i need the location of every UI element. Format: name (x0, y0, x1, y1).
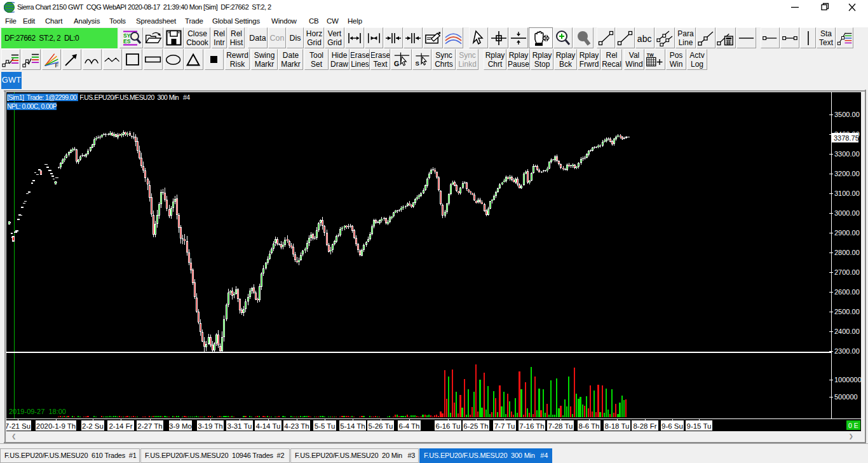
svg-text:3500.00: 3500.00 (834, 111, 860, 118)
svg-text:F: F (55, 62, 59, 69)
svg-text:abc: abc (637, 33, 652, 43)
svg-text:5-26 Tu: 5-26 Tu (369, 422, 393, 430)
svg-text:2020-1-9 Th: 2020-1-9 Th (36, 422, 76, 430)
svg-text:ES: ES (123, 38, 131, 45)
svg-text:8-6 Th: 8-6 Th (578, 422, 599, 430)
svg-text:7-28 Tu: 7-28 Tu (548, 422, 573, 430)
svg-text:0 E: 0 E (848, 422, 858, 429)
svg-text:3-19 Th: 3-19 Th (198, 422, 222, 430)
svg-text:3300.00: 3300.00 (834, 150, 860, 158)
svg-text:2300.00: 2300.00 (834, 347, 860, 355)
svg-text:4-14 Tu: 4-14 Tu (256, 422, 281, 430)
svg-text:3378.75: 3378.75 (834, 134, 859, 142)
svg-text:2400.00: 2400.00 (834, 328, 860, 335)
svg-text:2500.00: 2500.00 (834, 308, 860, 315)
svg-text:G: G (394, 59, 399, 67)
svg-text:2800.00: 2800.00 (834, 249, 860, 256)
svg-text:9-6 Su: 9-6 Su (661, 422, 683, 430)
svg-text:5-14 Th: 5-14 Th (340, 422, 365, 430)
svg-text:2019-09-27 18:00: 2019-09-27 18:00 (9, 408, 66, 415)
svg-text:S: S (416, 59, 420, 66)
svg-text:3100.00: 3100.00 (834, 190, 860, 197)
svg-text:TW: TW (647, 52, 654, 57)
svg-text:2-14 Fr: 2-14 Fr (109, 422, 132, 430)
svg-text:6-16 Tu: 6-16 Tu (436, 422, 461, 430)
svg-text:2900.00: 2900.00 (834, 229, 860, 237)
svg-text:4-23 Th: 4-23 Th (284, 422, 309, 430)
svg-text:2600.00: 2600.00 (834, 288, 860, 296)
svg-text:7-21 Su: 7-21 Su (6, 422, 31, 430)
svg-text:1000000: 1000000 (834, 376, 861, 384)
svg-text:8-28 Fr: 8-28 Fr (633, 422, 656, 430)
svg-text:2-27 Th: 2-27 Th (137, 422, 162, 430)
svg-text:9-15 Tu: 9-15 Tu (687, 422, 712, 430)
svg-text:3000.00: 3000.00 (834, 209, 860, 217)
svg-text:5-5 Tu: 5-5 Tu (315, 422, 336, 430)
svg-text:8-18 Tu: 8-18 Tu (605, 422, 630, 430)
svg-text:500000: 500000 (834, 393, 858, 401)
svg-text:7-7 Tu: 7-7 Tu (494, 422, 515, 430)
svg-text:6-4 Th: 6-4 Th (398, 422, 419, 430)
svg-text:3-31 Tu: 3-31 Tu (227, 422, 252, 430)
svg-text:2700.00: 2700.00 (834, 268, 860, 276)
svg-text:3200.00: 3200.00 (834, 170, 860, 177)
svg-text:6-25 Th: 6-25 Th (463, 422, 488, 430)
svg-text:2-2 Su: 2-2 Su (82, 422, 104, 430)
svg-text:3-9 Mo: 3-9 Mo (169, 422, 192, 430)
svg-text:7-16 Th: 7-16 Th (519, 422, 544, 430)
